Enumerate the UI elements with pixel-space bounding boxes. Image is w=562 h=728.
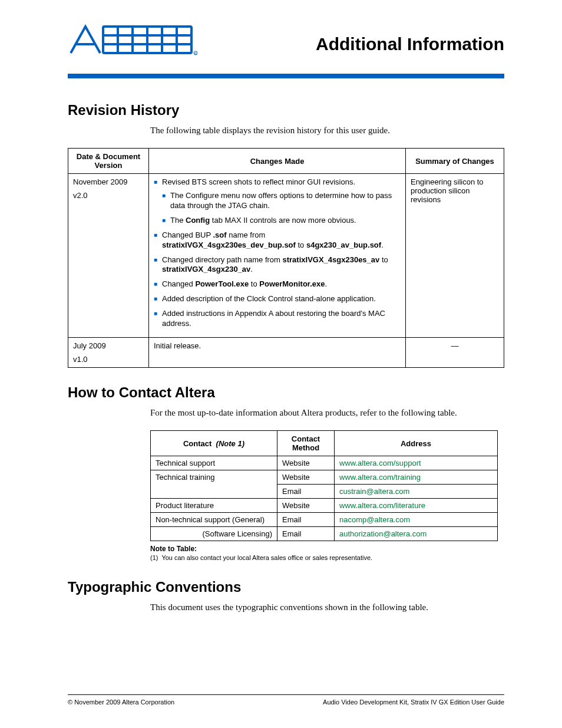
- link-support[interactable]: www.altera.com/support: [339, 459, 421, 467]
- rev-summary: —: [406, 337, 504, 367]
- contact-table: Contact (Note 1) Contact Method Address …: [150, 430, 498, 541]
- svg-text:R: R: [194, 52, 197, 55]
- intro-typographic: This document uses the typographic conve…: [150, 601, 504, 613]
- rev-date: November 2009: [73, 177, 144, 186]
- revision-history-table: Date & Document Version Changes Made Sum…: [68, 148, 504, 368]
- page-header: R Additional Information: [68, 24, 504, 56]
- link-authorization[interactable]: authorization@altera.com: [339, 529, 427, 538]
- change-subitem: The Config tab MAX II controls are now m…: [162, 216, 401, 226]
- footer-right: Audio Video Development Kit, Stratix IV …: [323, 699, 504, 706]
- change-item: Revised BTS screen shots to reflect mino…: [154, 177, 401, 226]
- rev-date: July 2009: [73, 341, 144, 350]
- th-changes: Changes Made: [149, 149, 406, 174]
- th-contact: Contact (Note 1): [151, 431, 277, 456]
- th-summary: Summary of Changes: [406, 149, 504, 174]
- change-item: Added description of the Clock Control s…: [154, 294, 401, 304]
- intro-contact: For the most up-to-date information abou…: [150, 407, 504, 419]
- table-row: Technical training Website www.altera.co…: [151, 470, 498, 485]
- rev-version: v1.0: [73, 355, 144, 364]
- link-nacomp[interactable]: nacomp@altera.com: [339, 515, 410, 524]
- table-row: July 2009 v1.0 Initial release. —: [68, 337, 504, 367]
- page-title: Additional Information: [316, 34, 504, 54]
- footer-left: © November 2009 Altera Corporation: [68, 699, 174, 706]
- change-item: Changed BUP .sof name from stratixIVGX_4…: [154, 230, 401, 251]
- rev-changes: Initial release.: [149, 337, 406, 367]
- table-row: Non-technical support (General) Email na…: [151, 513, 498, 527]
- section-heading-revision: Revision History: [68, 102, 504, 118]
- intro-revision: The following table displays the revisio…: [150, 124, 504, 136]
- change-subitem: The Configure menu now offers options to…: [162, 191, 401, 211]
- th-address: Address: [335, 431, 498, 456]
- th-date: Date & Document Version: [68, 149, 149, 174]
- section-heading-typographic: Typographic Conventions: [68, 579, 504, 595]
- altera-logo: R: [68, 24, 197, 56]
- change-item: Changed directory path name from stratix…: [154, 255, 401, 275]
- link-literature[interactable]: www.altera.com/literature: [339, 501, 425, 510]
- note-text: (1) You can also contact your local Alte…: [150, 554, 504, 561]
- table-row: Technical support Website www.altera.com…: [151, 456, 498, 470]
- table-row: November 2009 v2.0 Revised BTS screen sh…: [68, 174, 504, 338]
- rev-version: v2.0: [73, 191, 144, 200]
- table-row: Product literature Website www.altera.co…: [151, 499, 498, 513]
- rev-summary: Engineering silicon to production silico…: [406, 174, 504, 338]
- header-rule: [68, 74, 504, 78]
- note-label: Note to Table:: [150, 545, 504, 553]
- table-row: (Software Licensing) Email authorization…: [151, 527, 498, 541]
- th-method: Contact Method: [277, 431, 335, 456]
- page-footer: © November 2009 Altera Corporation Audio…: [68, 694, 504, 706]
- link-training[interactable]: www.altera.com/training: [339, 473, 421, 482]
- link-custrain[interactable]: custrain@altera.com: [339, 487, 409, 496]
- change-item: Changed PowerTool.exe to PowerMonitor.ex…: [154, 279, 401, 289]
- section-heading-contact: How to Contact Altera: [68, 384, 504, 401]
- change-item: Added instructions in Appendix A about r…: [154, 309, 401, 329]
